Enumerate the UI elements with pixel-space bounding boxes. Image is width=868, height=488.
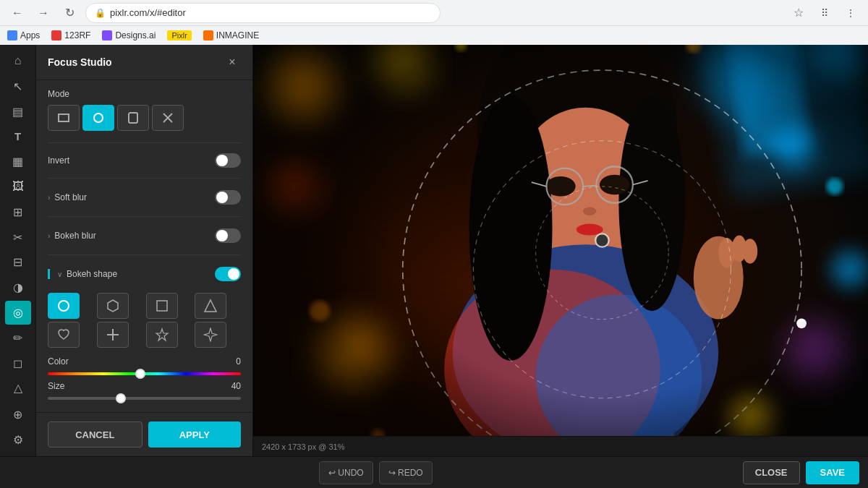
shape-heart-button[interactable] bbox=[48, 322, 80, 348]
save-button[interactable]: SAVE bbox=[806, 461, 859, 484]
icon-bar: ⌂ ↖ ▤ T ▦ 🖼 ⊞ ✂ ⊟ ◑ ◎ ✏ ◻ △ ⊕ ⚙ bbox=[0, 45, 36, 456]
bookmark-123rf[interactable]: 123RF bbox=[51, 30, 90, 40]
shape-circle-button[interactable] bbox=[48, 293, 80, 319]
mode-circle-button[interactable] bbox=[82, 105, 114, 131]
bookmark-inmagine[interactable]: INMAGINE bbox=[203, 30, 259, 40]
shape-triangle-button[interactable] bbox=[195, 293, 226, 319]
cancel-button[interactable]: CANCEL bbox=[48, 421, 142, 448]
invert-row: Invert bbox=[48, 149, 241, 172]
bookmark-pixlr[interactable]: Pixlr bbox=[167, 30, 191, 40]
focus-button[interactable]: ◎ bbox=[5, 301, 31, 325]
square-shape-icon bbox=[155, 299, 169, 313]
address-bar[interactable]: 🔒 pixlr.com/x/#editor bbox=[85, 3, 441, 23]
svg-marker-8 bbox=[205, 300, 216, 312]
bokeh-blur-header[interactable]: › Bokeh blur bbox=[48, 223, 241, 249]
bokeh-blur-toggle[interactable] bbox=[215, 228, 241, 243]
undo-button[interactable]: ↩ UNDO bbox=[319, 461, 373, 484]
soft-blur-slider bbox=[215, 190, 241, 205]
size-label: Size bbox=[48, 381, 64, 391]
text-tool-button[interactable]: T bbox=[5, 124, 31, 148]
size-slider-section: Size 40 bbox=[48, 381, 241, 400]
apps-grid-icon[interactable]: ⠿ bbox=[814, 3, 835, 23]
panel-close-button[interactable]: × bbox=[224, 53, 241, 71]
soft-blur-chevron: › bbox=[48, 194, 50, 202]
browser-top-bar: ← → ↻ 🔒 pixlr.com/x/#editor ☆ ⠿ ⋮ bbox=[0, 0, 868, 26]
filter-button[interactable]: ◑ bbox=[5, 275, 31, 299]
shape-cross-button[interactable] bbox=[97, 322, 129, 348]
bokeh-blur-slider bbox=[215, 228, 241, 243]
divider-4 bbox=[48, 254, 241, 255]
mode-label: Mode bbox=[48, 89, 241, 99]
forward-button[interactable]: → bbox=[33, 3, 54, 23]
mode-rectangle-button[interactable] bbox=[48, 105, 80, 131]
adjustments-button[interactable]: ⊟ bbox=[5, 251, 31, 275]
brush-button[interactable]: ✏ bbox=[5, 326, 31, 350]
globe-button[interactable]: ⊕ bbox=[5, 403, 31, 427]
soft-blur-header[interactable]: › Soft blur bbox=[48, 184, 241, 210]
bokeh-shape-chevron: ∨ bbox=[57, 270, 62, 278]
soft-blur-section: › Soft blur bbox=[48, 184, 241, 210]
size-value: 40 bbox=[231, 381, 241, 391]
shape-hexagon-button[interactable] bbox=[97, 293, 129, 319]
shape-button[interactable]: △ bbox=[5, 377, 31, 401]
bokeh-blur-chevron: › bbox=[48, 232, 50, 240]
bottom-bar: ↩ UNDO ↪ REDO CLOSE SAVE bbox=[0, 456, 868, 488]
svg-rect-2 bbox=[129, 113, 137, 123]
shape-star4-button[interactable] bbox=[195, 322, 226, 348]
refresh-button[interactable]: ↻ bbox=[59, 3, 80, 23]
svg-rect-7 bbox=[157, 301, 167, 311]
canvas-area: 2420 x 1733 px @ 31% bbox=[253, 45, 868, 456]
shape-square-button[interactable] bbox=[146, 293, 178, 319]
heart-icon bbox=[56, 328, 71, 342]
designs-label: Designs.ai bbox=[115, 30, 156, 40]
browser-chrome: ← → ↻ 🔒 pixlr.com/x/#editor ☆ ⠿ ⋮ Apps 1… bbox=[0, 0, 868, 45]
shape-star6-button[interactable] bbox=[146, 322, 178, 348]
image-button[interactable]: 🖼 bbox=[5, 175, 31, 199]
canvas-image[interactable] bbox=[253, 45, 868, 436]
color-label: Color bbox=[48, 356, 69, 367]
bookmark-apps[interactable]: Apps bbox=[7, 30, 40, 40]
invert-toggle[interactable] bbox=[215, 153, 241, 168]
scissors-button[interactable]: ✂ bbox=[5, 226, 31, 249]
crop-button[interactable]: ⊞ bbox=[5, 200, 31, 224]
divider-3 bbox=[48, 216, 241, 217]
apps-favicon bbox=[7, 30, 17, 40]
color-value: 0 bbox=[236, 356, 241, 367]
invert-slider bbox=[215, 153, 241, 168]
bokeh-shape-header[interactable]: ∨ Bokeh shape bbox=[48, 261, 241, 287]
panel-header: Focus Studio × bbox=[36, 45, 252, 80]
close-button[interactable]: CLOSE bbox=[743, 461, 800, 484]
pattern-button[interactable]: ▦ bbox=[5, 150, 31, 174]
apply-button[interactable]: APPLY bbox=[148, 421, 242, 448]
settings-button[interactable]: ⚙ bbox=[5, 428, 31, 452]
divider-1 bbox=[48, 142, 241, 143]
bokeh-shape-toggle[interactable] bbox=[215, 267, 241, 281]
circle-shape-icon bbox=[56, 299, 71, 313]
pixlr-label: Pixlr bbox=[167, 30, 191, 40]
svg-point-1 bbox=[94, 114, 103, 122]
mode-portrait-button[interactable] bbox=[117, 105, 149, 131]
cross-icon bbox=[106, 328, 120, 342]
layers-button[interactable]: ▤ bbox=[5, 100, 31, 124]
bookmark-designs[interactable]: Designs.ai bbox=[102, 30, 156, 40]
size-slider-track[interactable] bbox=[48, 397, 241, 400]
eraser-button[interactable]: ◻ bbox=[5, 351, 31, 375]
size-slider-thumb[interactable] bbox=[116, 393, 126, 403]
focus-studio-panel: Focus Studio × Mode bbox=[36, 45, 253, 456]
url-text: pixlr.com/x/#editor bbox=[110, 7, 186, 18]
menu-icon[interactable]: ⋮ bbox=[841, 3, 861, 23]
bookmark-star-icon[interactable]: ☆ bbox=[788, 3, 809, 23]
select-tool-button[interactable]: ↖ bbox=[5, 74, 31, 98]
svg-rect-62 bbox=[253, 45, 868, 436]
color-slider-track[interactable] bbox=[48, 372, 241, 375]
bokeh-blur-section: › Bokeh blur bbox=[48, 223, 241, 249]
svg-marker-11 bbox=[156, 329, 168, 341]
soft-blur-toggle[interactable] bbox=[215, 190, 241, 205]
mode-buttons bbox=[48, 105, 241, 131]
home-button[interactable]: ⌂ bbox=[5, 49, 31, 73]
back-button[interactable]: ← bbox=[7, 3, 27, 23]
mode-x-button[interactable] bbox=[152, 105, 184, 131]
redo-button[interactable]: ↪ REDO bbox=[379, 461, 433, 484]
bokeh-shape-title: ∨ Bokeh shape bbox=[48, 269, 117, 279]
color-slider-thumb[interactable] bbox=[135, 369, 145, 379]
